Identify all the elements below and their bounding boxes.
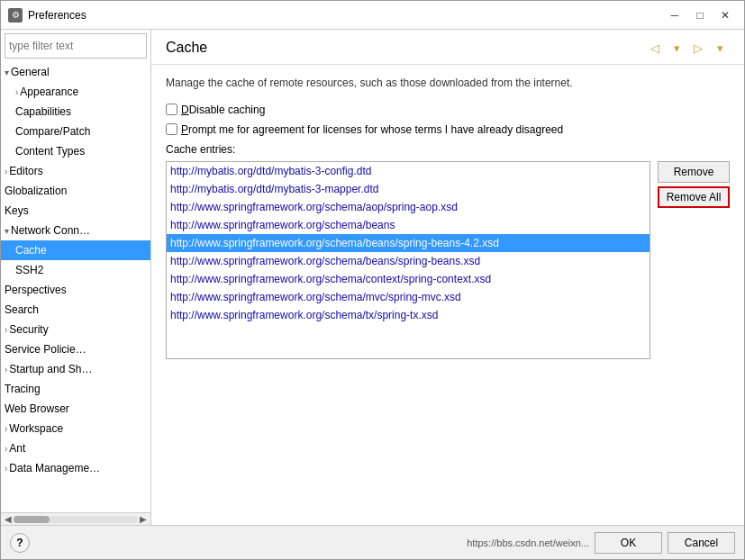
prompt-checkbox[interactable]	[166, 123, 177, 135]
compare-label: Compare/Patch	[15, 125, 90, 138]
sidebar-item-editors[interactable]: › Editors	[1, 161, 150, 181]
sidebar-item-workspace[interactable]: › Workspace	[1, 419, 150, 438]
disable-caching-label[interactable]: DDisable caching	[181, 104, 265, 116]
sidebar-item-compare[interactable]: Compare/Patch	[1, 122, 150, 141]
tracing-label: Tracing	[5, 383, 41, 395]
nav-back-button[interactable]: ◁	[645, 39, 665, 57]
title-bar: ⚙ Preferences ─ □ ✕	[1, 1, 744, 30]
sidebar-item-network[interactable]: ▾ Network Conn…	[1, 221, 150, 240]
cache-list[interactable]: http://mybatis.org/dtd/mybatis-3-config.…	[166, 161, 650, 359]
sidebar-item-keys[interactable]: Keys	[1, 201, 150, 221]
cache-buttons: Remove Remove All	[658, 161, 730, 359]
general-label: General	[11, 66, 50, 78]
cancel-button[interactable]: Cancel	[668, 532, 735, 554]
network-arrow: ▾	[5, 226, 9, 236]
globalization-label: Globalization	[5, 185, 67, 197]
panel-description: Manage the cache of remote resources, su…	[166, 76, 730, 91]
filter-input[interactable]	[5, 33, 147, 59]
cache-item-9[interactable]: http://www.springframework.org/schema/tx…	[167, 306, 650, 324]
ant-label: Ant	[9, 442, 25, 455]
disable-caching-row: DDisable caching	[166, 104, 730, 116]
cache-item-5[interactable]: http://www.springframework.org/schema/be…	[167, 234, 650, 252]
sidebar-item-capabilities[interactable]: Capabilities	[1, 102, 150, 122]
sidebar-item-ssh2[interactable]: SSH2	[1, 260, 150, 280]
minimize-button[interactable]: ─	[663, 6, 686, 24]
workspace-arrow: ›	[5, 424, 7, 434]
bottom-bar: ? https://bbs.csdn.net/weixn... OK Cance…	[1, 525, 744, 559]
nav-forward-button[interactable]: ▷	[688, 39, 708, 57]
sidebar-item-ant[interactable]: › Ant	[1, 438, 150, 458]
sidebar-item-service-policies[interactable]: Service Policie…	[1, 339, 150, 359]
perspectives-label: Perspectives	[5, 284, 67, 296]
panel-header: Cache ◁ ▾ ▷ ▾	[151, 30, 744, 65]
cache-label: Cache	[15, 244, 47, 257]
close-button[interactable]: ✕	[713, 6, 737, 24]
keys-label: Keys	[5, 204, 29, 217]
bottom-right: https://bbs.csdn.net/weixn... OK Cancel	[467, 532, 735, 554]
ok-button[interactable]: OK	[595, 532, 662, 554]
preferences-dialog: ⚙ Preferences ─ □ ✕ ▾ General › Appearan…	[0, 0, 745, 560]
sidebar-item-content-types[interactable]: Content Types	[1, 141, 150, 161]
panel-body: Manage the cache of remote resources, su…	[151, 65, 744, 525]
sidebar-item-security[interactable]: › Security	[1, 320, 150, 339]
prompt-label[interactable]: Prompt me for agreement for licenses for…	[181, 123, 563, 136]
nav-forward-dropdown-button[interactable]: ▾	[710, 39, 730, 57]
panel-title: Cache	[166, 40, 207, 56]
scroll-right-arrow[interactable]: ▶	[138, 514, 149, 524]
prompt-row: Prompt me for agreement for licenses for…	[166, 123, 730, 136]
data-management-arrow: ›	[5, 464, 7, 474]
startup-label: Startup and Sh…	[9, 363, 92, 375]
security-arrow: ›	[5, 325, 7, 335]
sidebar-item-cache[interactable]: Cache	[1, 240, 150, 260]
sidebar-item-perspectives[interactable]: Perspectives	[1, 280, 150, 300]
cache-item-7[interactable]: http://www.springframework.org/schema/co…	[167, 270, 650, 288]
search-label: Search	[5, 303, 39, 316]
sidebar-item-tracing[interactable]: Tracing	[1, 379, 150, 399]
window-title: Preferences	[28, 9, 86, 22]
sidebar: ▾ General › Appearance Capabilities Comp…	[1, 30, 151, 525]
content-types-label: Content Types	[15, 145, 85, 158]
scrollbar-track[interactable]	[14, 516, 138, 523]
disable-caching-checkbox[interactable]	[166, 104, 177, 115]
ssh2-label: SSH2	[15, 264, 43, 276]
nav-back-dropdown-button[interactable]: ▾	[667, 39, 686, 57]
cache-item-3[interactable]: http://www.springframework.org/schema/ao…	[167, 198, 650, 216]
scroll-left-arrow[interactable]: ◀	[3, 514, 14, 524]
web-browser-label: Web Browser	[5, 402, 69, 415]
prompt-label-text: rompt me for agreement for licenses for …	[188, 123, 563, 136]
remove-button[interactable]: Remove	[658, 161, 730, 183]
sidebar-item-general[interactable]: ▾ General	[1, 62, 150, 82]
sidebar-item-search[interactable]: Search	[1, 300, 150, 320]
remove-all-button[interactable]: Remove All	[658, 186, 730, 208]
cache-entries-label: Cache entries:	[166, 143, 730, 156]
cache-item-4[interactable]: http://www.springframework.org/schema/be…	[167, 216, 650, 234]
sidebar-item-data-management[interactable]: › Data Manageme…	[1, 458, 150, 478]
cache-item-6[interactable]: http://www.springframework.org/schema/be…	[167, 252, 650, 270]
sidebar-item-globalization[interactable]: Globalization	[1, 181, 150, 201]
general-arrow: ▾	[5, 68, 9, 77]
preferences-icon: ⚙	[8, 8, 23, 23]
security-label: Security	[9, 323, 48, 336]
scrollbar-thumb[interactable]	[14, 516, 50, 523]
window-controls: ─ □ ✕	[663, 6, 737, 24]
panel-nav: ◁ ▾ ▷ ▾	[645, 39, 730, 57]
main-content: ▾ General › Appearance Capabilities Comp…	[1, 30, 744, 525]
editors-arrow: ›	[5, 167, 7, 176]
ant-arrow: ›	[5, 444, 7, 454]
appearance-label: Appearance	[20, 86, 78, 98]
cache-item-2[interactable]: http://mybatis.org/dtd/mybatis-3-mapper.…	[167, 180, 650, 198]
sidebar-item-appearance[interactable]: › Appearance	[1, 82, 150, 102]
network-label: Network Conn…	[11, 224, 90, 237]
sidebar-item-web-browser[interactable]: Web Browser	[1, 399, 150, 419]
cache-item-1[interactable]: http://mybatis.org/dtd/mybatis-3-config.…	[167, 162, 650, 180]
status-url: https://bbs.csdn.net/weixn...	[467, 537, 589, 548]
cache-area: http://mybatis.org/dtd/mybatis-3-config.…	[166, 161, 730, 359]
help-button[interactable]: ?	[10, 533, 30, 553]
content-panel: Cache ◁ ▾ ▷ ▾ Manage the cache of remote…	[151, 30, 744, 525]
tree: ▾ General › Appearance Capabilities Comp…	[1, 62, 150, 512]
data-management-label: Data Manageme…	[9, 462, 100, 474]
sidebar-item-startup[interactable]: › Startup and Sh…	[1, 359, 150, 379]
maximize-button[interactable]: □	[688, 6, 712, 24]
sidebar-scrollbar[interactable]: ◀ ▶	[1, 512, 150, 525]
cache-item-8[interactable]: http://www.springframework.org/schema/mv…	[167, 288, 650, 306]
